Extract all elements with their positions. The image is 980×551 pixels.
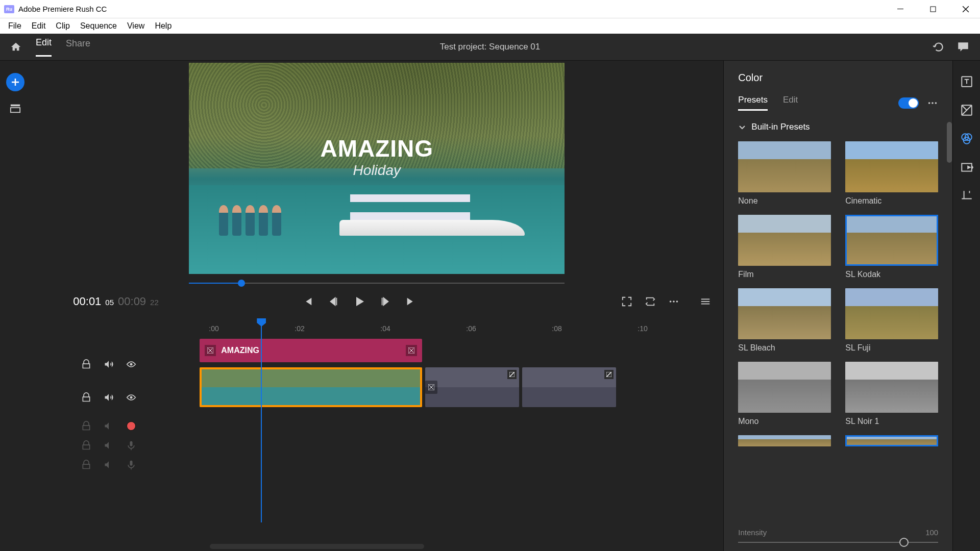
app-name: Adobe Premiere Rush CC xyxy=(18,5,107,13)
speed-panel-icon[interactable] xyxy=(960,161,973,174)
video-preview[interactable]: AMAZING Holiday xyxy=(189,63,565,274)
lock-icon[interactable] xyxy=(81,421,91,431)
builtin-presets-header[interactable]: Built-in Presets xyxy=(738,122,938,132)
transform-panel-icon[interactable] xyxy=(960,189,973,203)
menu-edit[interactable]: Edit xyxy=(27,19,51,33)
menu-file[interactable]: File xyxy=(3,19,27,33)
transition-out-icon[interactable] xyxy=(406,345,417,356)
svg-rect-20 xyxy=(701,304,710,305)
tracks-viewport[interactable]: :00 :02 :04 :06 :08 :10 AMAZING xyxy=(173,315,723,551)
undo-icon[interactable] xyxy=(932,40,945,54)
mute-icon[interactable] xyxy=(104,460,114,470)
timecode-current-frames: 05 xyxy=(105,298,114,307)
video-track[interactable] xyxy=(173,367,723,407)
window-minimize-button[interactable] xyxy=(890,1,911,17)
menu-help[interactable]: Help xyxy=(150,19,177,33)
timecode-duration: 00:09 xyxy=(118,295,146,308)
scrub-handle[interactable] xyxy=(238,280,245,287)
audio-track-3[interactable] xyxy=(173,447,723,463)
tab-presets[interactable]: Presets xyxy=(738,95,768,111)
preset-partial-1[interactable] xyxy=(738,435,831,446)
intensity-slider[interactable] xyxy=(738,542,938,543)
chevron-down-icon xyxy=(738,123,746,131)
menu-sequence[interactable]: Sequence xyxy=(75,19,122,33)
preset-sl-fuji[interactable]: SL Fuji xyxy=(845,288,938,353)
title-track[interactable]: AMAZING xyxy=(173,339,723,364)
lock-icon[interactable] xyxy=(81,440,91,450)
menu-view[interactable]: View xyxy=(122,19,150,33)
step-back-icon[interactable] xyxy=(328,296,339,307)
preset-none[interactable]: None xyxy=(738,141,831,206)
svg-point-15 xyxy=(670,300,672,303)
preset-sl-kodak[interactable]: SL Kodak xyxy=(845,215,938,279)
timeline: :00 :02 :04 :06 :08 :10 AMAZING xyxy=(30,315,723,551)
fullscreen-icon[interactable] xyxy=(621,296,632,307)
mic-icon[interactable] xyxy=(126,460,136,470)
title-clip[interactable]: AMAZING xyxy=(200,339,422,362)
preset-sl-bleach[interactable]: SL Bleach xyxy=(738,288,831,353)
lock-icon[interactable] xyxy=(81,392,91,403)
panel-scrollbar[interactable] xyxy=(947,122,952,163)
app-toolbar: Edit Share Test project: Sequence 01 xyxy=(0,34,980,61)
audio-track-1[interactable] xyxy=(173,410,723,427)
feedback-icon[interactable] xyxy=(957,40,970,54)
timeline-options-icon[interactable] xyxy=(700,296,711,307)
scrub-bar[interactable] xyxy=(189,283,565,284)
video-clip-2[interactable] xyxy=(425,367,519,407)
audio-track-2[interactable] xyxy=(173,429,723,445)
record-icon[interactable] xyxy=(127,422,135,430)
tab-share[interactable]: Share xyxy=(66,38,90,56)
visibility-icon[interactable] xyxy=(126,359,136,369)
audio-track-2-controls xyxy=(30,436,173,455)
add-media-button[interactable] xyxy=(6,73,24,91)
visibility-icon[interactable] xyxy=(126,392,136,403)
playback-controls: 00:01 05 00:09 22 xyxy=(30,284,723,315)
transition-in-icon[interactable] xyxy=(205,345,216,356)
project-panel-icon[interactable] xyxy=(9,103,21,114)
mute-icon[interactable] xyxy=(104,359,114,369)
video-clip-3[interactable] xyxy=(522,367,616,407)
color-enable-toggle[interactable] xyxy=(898,97,919,109)
go-to-start-icon[interactable] xyxy=(302,296,313,307)
mute-icon[interactable] xyxy=(104,421,114,431)
home-icon[interactable] xyxy=(10,41,21,53)
horizontal-scrollbar[interactable] xyxy=(210,544,424,549)
video-clip-1[interactable] xyxy=(200,367,422,407)
preset-partial-2[interactable] xyxy=(845,435,938,446)
lock-icon[interactable] xyxy=(81,460,91,470)
window-maximize-button[interactable] xyxy=(923,1,943,17)
svg-rect-19 xyxy=(701,301,710,302)
more-options-icon[interactable] xyxy=(668,296,679,307)
effect-badge-icon xyxy=(507,370,517,379)
titles-panel-icon[interactable] xyxy=(960,75,973,88)
mute-icon[interactable] xyxy=(104,440,114,450)
preset-sl-noir-1[interactable]: SL Noir 1 xyxy=(845,362,938,426)
step-forward-icon[interactable] xyxy=(380,296,391,307)
color-panel: Color Presets Edit Built-in Presets None… xyxy=(723,61,952,551)
svg-rect-18 xyxy=(701,299,710,300)
go-to-end-icon[interactable] xyxy=(405,296,416,307)
time-ruler[interactable]: :00 :02 :04 :06 :08 :10 xyxy=(173,318,723,339)
preset-cinematic[interactable]: Cinematic xyxy=(845,141,938,206)
mute-icon[interactable] xyxy=(104,392,114,403)
tab-edit-color[interactable]: Edit xyxy=(783,95,798,111)
window-close-button[interactable] xyxy=(955,1,976,17)
tab-edit[interactable]: Edit xyxy=(36,37,52,57)
loop-icon[interactable] xyxy=(645,296,656,307)
transitions-panel-icon[interactable] xyxy=(960,104,973,117)
play-icon[interactable] xyxy=(353,295,365,308)
ruler-mark: :02 xyxy=(295,324,380,333)
overlay-subtitle: Holiday xyxy=(320,162,433,179)
playhead[interactable] xyxy=(261,318,262,522)
svg-rect-0 xyxy=(897,9,903,9)
menu-clip[interactable]: Clip xyxy=(51,19,75,33)
mic-icon[interactable] xyxy=(126,440,136,450)
preset-film[interactable]: Film xyxy=(738,215,831,279)
intensity-slider-handle[interactable] xyxy=(899,538,909,547)
panel-more-icon[interactable] xyxy=(927,97,938,109)
preset-mono[interactable]: Mono xyxy=(738,362,831,426)
transition-icon[interactable] xyxy=(428,384,434,390)
color-panel-icon[interactable] xyxy=(960,132,973,145)
svg-rect-24 xyxy=(130,461,133,466)
lock-icon[interactable] xyxy=(81,359,91,369)
